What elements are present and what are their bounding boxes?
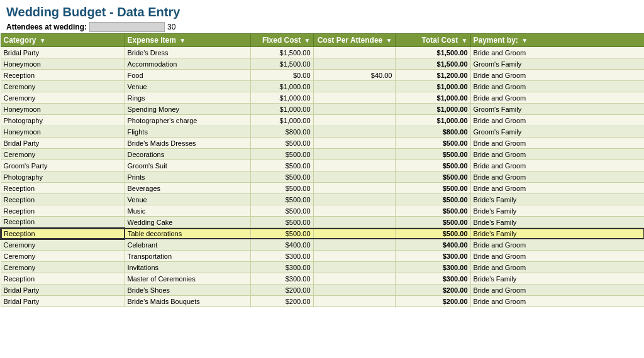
cell-payment[interactable]: Groom's Family	[470, 126, 644, 138]
cell-per[interactable]	[313, 47, 395, 58]
table-row[interactable]: Bridal PartyBride's Maids Bouquets$200.0…	[1, 296, 644, 307]
cell-fixed[interactable]: $200.00	[250, 296, 313, 307]
cell-expense[interactable]: Spending Money	[125, 104, 250, 115]
cell-expense[interactable]: Decorations	[125, 149, 250, 160]
header-payment[interactable]: Payment by: ▼	[470, 34, 644, 47]
table-row[interactable]: HoneymoonSpending Money$1,000.00$1,000.0…	[1, 104, 644, 115]
cell-payment[interactable]: Bride and Groom	[470, 251, 644, 262]
cell-per[interactable]	[313, 285, 395, 296]
cell-category[interactable]: Reception	[1, 228, 125, 239]
cell-expense[interactable]: Photographer's charge	[125, 115, 250, 126]
cell-payment[interactable]: Bride's Family	[470, 273, 644, 285]
cell-per[interactable]	[313, 138, 395, 149]
cell-fixed[interactable]: $500.00	[250, 160, 313, 171]
cell-fixed[interactable]: $1,000.00	[250, 81, 313, 92]
cell-payment[interactable]: Bride's Family	[470, 205, 644, 217]
cell-fixed[interactable]: $0.00	[250, 70, 313, 81]
cell-expense[interactable]: Venue	[125, 194, 250, 205]
cell-fixed[interactable]: $1,000.00	[250, 115, 313, 126]
cell-payment[interactable]: Bride and Groom	[470, 81, 644, 92]
cell-total[interactable]: $1,200.00	[395, 70, 470, 81]
cell-total[interactable]: $1,000.00	[395, 104, 470, 115]
cell-payment[interactable]: Groom's Family	[470, 104, 644, 115]
cell-payment[interactable]: Bride's Family	[470, 228, 644, 239]
table-row[interactable]: ReceptionFood$0.00$40.00$1,200.00Bride a…	[1, 70, 644, 81]
header-per-attendee[interactable]: Cost Per Attendee ▼	[313, 34, 395, 47]
table-row[interactable]: Bridal PartyBride's Shoes$200.00$200.00B…	[1, 285, 644, 296]
cell-per[interactable]	[313, 217, 395, 228]
cell-expense[interactable]: Invitations	[125, 262, 250, 273]
cell-expense[interactable]: Master of Ceremonies	[125, 273, 250, 285]
table-row[interactable]: CeremonyRings$1,000.00$1,000.00Bride and…	[1, 92, 644, 104]
cell-category[interactable]: Honeymoon	[1, 126, 125, 138]
cell-total[interactable]: $200.00	[395, 296, 470, 307]
table-row[interactable]: CeremonyDecorations$500.00$500.00Bride a…	[1, 149, 644, 160]
table-row[interactable]: Bridal PartyBride's Maids Dresses$500.00…	[1, 138, 644, 149]
cell-payment[interactable]: Bride and Groom	[470, 92, 644, 104]
cell-payment[interactable]: Bride and Groom	[470, 296, 644, 307]
cell-per[interactable]	[313, 205, 395, 217]
cell-fixed[interactable]: $500.00	[250, 194, 313, 205]
cell-total[interactable]: $500.00	[395, 160, 470, 171]
cell-total[interactable]: $300.00	[395, 273, 470, 285]
cell-per[interactable]	[313, 160, 395, 171]
cell-category[interactable]: Photography	[1, 171, 125, 183]
cell-per[interactable]	[313, 239, 395, 251]
cell-expense[interactable]: Bride's Maids Bouquets	[125, 296, 250, 307]
cell-category[interactable]: Honeymoon	[1, 58, 125, 70]
cell-payment[interactable]: Bride and Groom	[470, 160, 644, 171]
header-fixed[interactable]: Fixed Cost ▼	[250, 34, 313, 47]
table-row[interactable]: ReceptionMusic$500.00$500.00Bride's Fami…	[1, 205, 644, 217]
cell-expense[interactable]: Table decorations	[125, 228, 250, 239]
table-row[interactable]: HoneymoonFlights$800.00$800.00Groom's Fa…	[1, 126, 644, 138]
cell-category[interactable]: Honeymoon	[1, 104, 125, 115]
cell-category[interactable]: Reception	[1, 70, 125, 81]
cell-expense[interactable]: Rings	[125, 92, 250, 104]
cell-category[interactable]: Reception	[1, 273, 125, 285]
cell-expense[interactable]: Music	[125, 205, 250, 217]
cell-payment[interactable]: Bride's Family	[470, 217, 644, 228]
table-row[interactable]: ReceptionTable decorations$500.00$500.00…	[1, 228, 644, 239]
cell-category[interactable]: Bridal Party	[1, 138, 125, 149]
cell-fixed[interactable]: $300.00	[250, 251, 313, 262]
cell-per[interactable]	[313, 273, 395, 285]
table-row[interactable]: CeremonyVenue$1,000.00$1,000.00Bride and…	[1, 81, 644, 92]
cell-expense[interactable]: Bride's Shoes	[125, 285, 250, 296]
cell-category[interactable]: Ceremony	[1, 251, 125, 262]
cell-per[interactable]	[313, 104, 395, 115]
cell-total[interactable]: $1,000.00	[395, 81, 470, 92]
cell-fixed[interactable]: $300.00	[250, 262, 313, 273]
table-row[interactable]: Groom's PartyGroom's Suit$500.00$500.00B…	[1, 160, 644, 171]
cell-category[interactable]: Ceremony	[1, 262, 125, 273]
cell-payment[interactable]: Bride and Groom	[470, 149, 644, 160]
cell-per[interactable]	[313, 58, 395, 70]
cell-per[interactable]	[313, 296, 395, 307]
cell-total[interactable]: $300.00	[395, 262, 470, 273]
cell-payment[interactable]: Bride and Groom	[470, 183, 644, 194]
cell-fixed[interactable]: $1,000.00	[250, 92, 313, 104]
cell-fixed[interactable]: $1,000.00	[250, 104, 313, 115]
cell-fixed[interactable]: $500.00	[250, 149, 313, 160]
cell-payment[interactable]: Bride and Groom	[470, 47, 644, 58]
cell-total[interactable]: $200.00	[395, 285, 470, 296]
cell-total[interactable]: $1,000.00	[395, 115, 470, 126]
cell-total[interactable]: $800.00	[395, 126, 470, 138]
cell-category[interactable]: Reception	[1, 217, 125, 228]
cell-fixed[interactable]: $1,500.00	[250, 47, 313, 58]
cell-payment[interactable]: Bride and Groom	[470, 138, 644, 149]
cell-category[interactable]: Bridal Party	[1, 285, 125, 296]
cell-total[interactable]: $1,500.00	[395, 47, 470, 58]
header-category[interactable]: Category ▼	[1, 34, 125, 47]
cell-payment[interactable]: Bride and Groom	[470, 70, 644, 81]
cell-category[interactable]: Bridal Party	[1, 296, 125, 307]
cell-fixed[interactable]: $800.00	[250, 126, 313, 138]
header-total[interactable]: Total Cost ▼	[395, 34, 470, 47]
cell-payment[interactable]: Groom's Family	[470, 58, 644, 70]
table-row[interactable]: CeremonyTransportation$300.00$300.00Brid…	[1, 251, 644, 262]
cell-total[interactable]: $500.00	[395, 149, 470, 160]
cell-per[interactable]	[313, 183, 395, 194]
cell-total[interactable]: $500.00	[395, 194, 470, 205]
table-row[interactable]: ReceptionVenue$500.00$500.00Bride's Fami…	[1, 194, 644, 205]
table-row[interactable]: ReceptionMaster of Ceremonies$300.00$300…	[1, 273, 644, 285]
cell-total[interactable]: $300.00	[395, 251, 470, 262]
